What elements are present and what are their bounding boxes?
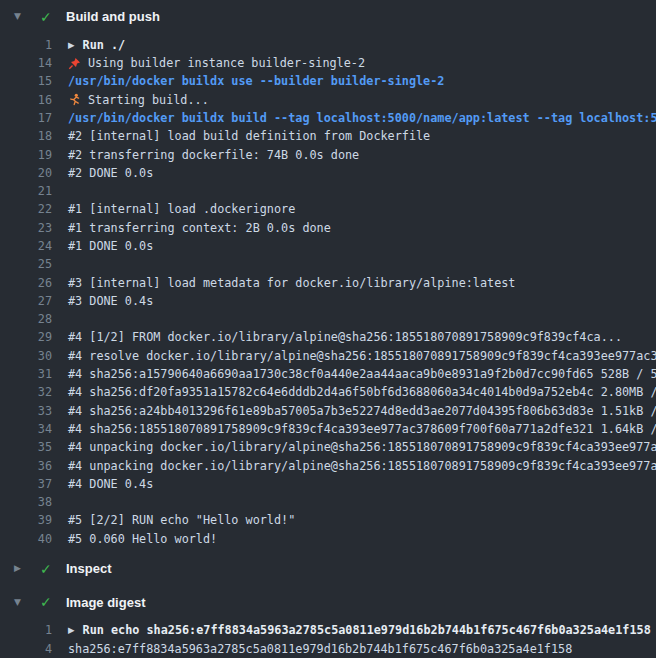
log-line-number[interactable]: 15 [0, 74, 52, 88]
log-line-number[interactable]: 34 [0, 422, 52, 436]
log-line-number[interactable]: 20 [0, 166, 52, 180]
chevron-down-icon[interactable]: ▼ [14, 12, 40, 21]
log-line: 32#4 sha256:df20fa9351a15782c64e6dddb2d4… [0, 383, 656, 401]
log-line-number[interactable]: 24 [0, 239, 52, 253]
log-line-number[interactable]: 39 [0, 513, 52, 527]
log-line: 17/usr/bin/docker buildx build --tag loc… [0, 109, 656, 127]
log-line: 40#5 0.060 Hello world! [0, 530, 656, 548]
log-line: 21 [0, 182, 656, 200]
log-line-text: #1 [internal] load .dockerignore [68, 202, 295, 216]
log-group-title: Inspect [66, 561, 112, 577]
log-line: 36#4 unpacking docker.io/library/alpine@… [0, 456, 656, 474]
log-line-text: /usr/bin/docker buildx use --builder bui… [68, 74, 444, 88]
log-line-number[interactable]: 19 [0, 148, 52, 162]
log-line: 39#5 [2/2] RUN echo "Hello world!" [0, 511, 656, 529]
success-check-icon: ✓ [40, 10, 66, 24]
log-line-text: #4 unpacking docker.io/library/alpine@sh… [68, 440, 656, 454]
chevron-right-icon[interactable]: ▶ [14, 564, 40, 573]
log-line-number[interactable]: 36 [0, 459, 52, 473]
log-line-number[interactable]: 40 [0, 532, 52, 546]
log-line-text: /usr/bin/docker buildx build --tag local… [68, 111, 656, 125]
log-line: 37#4 DONE 0.4s [0, 475, 656, 493]
log-line: 23#1 transferring context: 2B 0.0s done [0, 219, 656, 237]
log-line: 31#4 sha256:a15790640a6690aa1730c38cf0a4… [0, 365, 656, 383]
log-line-text: #2 transferring dockerfile: 74B 0.0s don… [68, 148, 359, 162]
log-line-number[interactable]: 21 [0, 184, 52, 198]
expand-run-icon[interactable]: ▶ [68, 40, 75, 50]
log-line: 26#3 [internal] load metadata for docker… [0, 273, 656, 291]
log-line-number[interactable]: 38 [0, 495, 52, 509]
log-line-number[interactable]: 37 [0, 477, 52, 491]
log-line-text: #3 [internal] load metadata for docker.i… [68, 276, 515, 290]
log-line-number[interactable]: 31 [0, 367, 52, 381]
log-line: 1▶Run echo sha256:e7ff8834a5963a2785c5a0… [0, 621, 656, 639]
log-line-text: #4 resolve docker.io/library/alpine@sha2… [68, 349, 656, 363]
log-line-text: #4 sha256:185518070891758909c9f839cf4ca3… [68, 422, 656, 436]
log-group-title: Image digest [66, 595, 145, 611]
log-line: 27#3 DONE 0.4s [0, 292, 656, 310]
log-line: 28 [0, 310, 656, 328]
chevron-down-icon[interactable]: ▼ [14, 598, 40, 607]
log-line: 19#2 transferring dockerfile: 74B 0.0s d… [0, 145, 656, 163]
log-line-number[interactable]: 1 [0, 623, 52, 637]
log-group-header-image-digest[interactable]: ▼✓Image digest [0, 586, 656, 620]
log-line: 22#1 [internal] load .dockerignore [0, 200, 656, 218]
runner-icon [68, 93, 81, 106]
log-line-text: #5 0.060 Hello world! [68, 532, 217, 546]
log-line-text: #4 DONE 0.4s [68, 477, 153, 491]
log-line-number[interactable]: 35 [0, 440, 52, 454]
log-line: 34#4 sha256:185518070891758909c9f839cf4c… [0, 420, 656, 438]
log-line-number[interactable]: 27 [0, 294, 52, 308]
log-line-text: Run ./ [83, 38, 126, 52]
log-line: 15/usr/bin/docker buildx use --builder b… [0, 72, 656, 90]
log-line: 24#1 DONE 0.0s [0, 237, 656, 255]
log-group-header-inspect[interactable]: ▶✓Inspect [0, 552, 656, 586]
log-line: 20#2 DONE 0.0s [0, 164, 656, 182]
log-line-number[interactable]: 1 [0, 38, 52, 52]
log-line-text: #4 unpacking docker.io/library/alpine@sh… [68, 459, 656, 473]
log-line-text: #1 DONE 0.0s [68, 239, 153, 253]
log-line-text: #4 sha256:a24bb4013296f61e89ba57005a7b3e… [68, 404, 656, 418]
log-line-number[interactable]: 26 [0, 276, 52, 290]
log-line-number[interactable]: 28 [0, 312, 52, 326]
log-line-number[interactable]: 14 [0, 56, 52, 70]
success-check-icon: ✓ [40, 595, 66, 609]
log-lines-image-digest: 1▶Run echo sha256:e7ff8834a5963a2785c5a0… [0, 619, 656, 658]
log-line-number[interactable]: 23 [0, 221, 52, 235]
log-group-header-build-and-push[interactable]: ▼✓Build and push [0, 0, 656, 34]
log-line-number[interactable]: 29 [0, 330, 52, 344]
pushpin-icon [68, 57, 81, 70]
log-group-title: Build and push [66, 9, 160, 25]
log-line-text: #3 DONE 0.4s [68, 294, 153, 308]
log-line-number[interactable]: 16 [0, 93, 52, 107]
log-line-text: #1 transferring context: 2B 0.0s done [68, 221, 331, 235]
log-line-text: Using builder instance builder-single-2 [88, 56, 365, 70]
log-line-number[interactable]: 17 [0, 111, 52, 125]
log-line-number[interactable]: 22 [0, 202, 52, 216]
log-line: 4sha256:e7ff8834a5963a2785c5a0811e979d16… [0, 639, 656, 657]
log-line: 1▶Run ./ [0, 36, 656, 54]
log-line-text: #4 sha256:a15790640a6690aa1730c38cf0a440… [68, 367, 656, 381]
log-line-number[interactable]: 33 [0, 404, 52, 418]
log-line: 33#4 sha256:a24bb4013296f61e89ba57005a7b… [0, 402, 656, 420]
log-line-number[interactable]: 32 [0, 385, 52, 399]
log-line-text: #2 [internal] load build definition from… [68, 129, 430, 143]
log-line-text: #2 DONE 0.0s [68, 166, 153, 180]
log-line-text: #4 [1/2] FROM docker.io/library/alpine@s… [68, 330, 622, 344]
log-line-number[interactable]: 25 [0, 257, 52, 271]
log-lines-build-and-push: 1▶Run ./14Using builder instance builder… [0, 34, 656, 552]
log-line: 29#4 [1/2] FROM docker.io/library/alpine… [0, 328, 656, 346]
log-line-text: #5 [2/2] RUN echo "Hello world!" [68, 513, 295, 527]
log-line-text: Run echo sha256:e7ff8834a5963a2785c5a081… [83, 623, 651, 637]
expand-run-icon[interactable]: ▶ [68, 625, 75, 635]
log-line: 35#4 unpacking docker.io/library/alpine@… [0, 438, 656, 456]
log-line-number[interactable]: 30 [0, 349, 52, 363]
log-line-text: Starting build... [88, 93, 209, 107]
log-line-number[interactable]: 18 [0, 129, 52, 143]
log-line: 25 [0, 255, 656, 273]
actions-log-viewer: ▼✓Build and push1▶Run ./14Using builder … [0, 0, 656, 658]
log-line-number[interactable]: 4 [0, 642, 52, 656]
success-check-icon: ✓ [40, 562, 66, 576]
log-line: 14Using builder instance builder-single-… [0, 54, 656, 72]
log-line-text: #4 sha256:df20fa9351a15782c64e6dddb2d4a6… [68, 385, 656, 399]
